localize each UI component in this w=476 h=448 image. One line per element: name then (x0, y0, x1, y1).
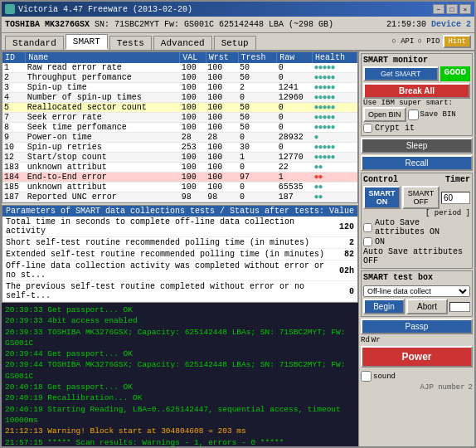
pass-button[interactable]: Passp (361, 319, 473, 334)
sound-checkbox[interactable] (361, 371, 372, 382)
cell-val: 253 (180, 143, 206, 153)
lba-info: 625142448 LBA (~298 GB) (219, 20, 333, 29)
cell-val: 100 (180, 93, 206, 103)
timer-label: Timer (445, 175, 470, 184)
rd-label: Rd (361, 336, 370, 344)
cell-raw: 1241 (277, 83, 313, 93)
smart-monitor-label: SMART monitor (363, 56, 470, 65)
cell-raw: 0 (277, 73, 313, 83)
param-value: 82 (336, 249, 357, 261)
cell-health: ●● (312, 192, 357, 202)
sleep-button[interactable]: Sleep (361, 138, 473, 153)
pass-row: Passp (361, 319, 473, 334)
param-label: The previous self-test routine completed… (2, 281, 336, 302)
auto-save-on-checkbox[interactable] (363, 223, 372, 232)
device-bar: TOSHIBA MK3276GSX SN: 71SBC2MYT Fw: GS00… (2, 17, 474, 33)
cell-val: 100 (180, 73, 206, 83)
cell-val: 100 (180, 163, 206, 173)
cell-tresh: 0 (238, 93, 277, 103)
cell-id: 8 (2, 123, 26, 133)
power-button[interactable]: Power (361, 346, 473, 368)
log-line: 20:39:33 4bit access enabled (5, 315, 355, 326)
cell-id: 12 (2, 153, 26, 163)
open-bin-button[interactable]: Open BIN (363, 107, 406, 122)
get-smart-button[interactable]: Get SMART (363, 66, 439, 81)
cell-raw: 0 (277, 63, 313, 73)
log-line: 20:40:19 Starting Reading, LBA=0..625142… (5, 404, 355, 426)
cell-tresh: 1 (238, 153, 277, 163)
timer-input[interactable] (441, 192, 470, 204)
ibm-row: Use IBM super smart: (363, 99, 470, 107)
save-bin-checkbox[interactable] (408, 110, 419, 120)
cell-id: 7 (2, 113, 26, 123)
table-row: 184 End-to-End error 100 100 97 1 ●● (2, 173, 357, 183)
minimize-button[interactable]: − (433, 4, 444, 14)
rd-wr-row: Rd Wr (361, 336, 473, 344)
cell-name: Raw read error rate (26, 63, 180, 73)
cell-tresh: 2 (238, 83, 277, 93)
cell-name: Throughput perfomance (26, 73, 180, 83)
progress-input[interactable] (449, 302, 470, 312)
cell-name: Number of spin-up times (26, 93, 180, 103)
cell-raw: 0 (277, 113, 313, 123)
table-row: 12 Start/stop count 100 100 1 12770 ●●●●… (2, 153, 357, 163)
tab-tests[interactable]: Tests (109, 36, 152, 50)
table-row: 9 Power-on time 28 28 0 28932 ● (2, 133, 357, 143)
maximize-button[interactable]: □ (446, 4, 458, 14)
recall-button[interactable]: Recall (361, 155, 473, 171)
crypt-checkbox[interactable] (363, 124, 372, 133)
cell-health: ●● (312, 173, 357, 183)
auto-save-off-checkbox[interactable] (363, 237, 372, 246)
cell-raw: 22 (277, 163, 313, 173)
tab-standard[interactable]: Standard (5, 36, 64, 50)
close-button[interactable]: × (459, 4, 471, 14)
cell-wrst: 100 (206, 93, 238, 103)
params-header: Parameters of SMART data collections tes… (2, 206, 357, 217)
smart-test-section: SMART test box Off-line data collect Beg… (361, 270, 473, 317)
wr-label: Wr (372, 336, 381, 344)
abort-button[interactable]: Abort (406, 299, 448, 314)
cell-raw: 0 (277, 143, 313, 153)
log-line: 20:39:44 Get passport... OK (5, 348, 355, 359)
begin-abort-row: Begin Abort (363, 299, 470, 314)
smart-off-button[interactable]: SMART OFF (402, 186, 440, 209)
cell-health: ●●●●● (312, 63, 357, 73)
test-type-select[interactable]: Off-line data collect (363, 285, 470, 297)
cell-id: 1 (2, 63, 26, 73)
break-all-button[interactable]: Break All (363, 83, 470, 99)
on-label: ON (375, 237, 385, 246)
table-row: 1 Raw read error rate 100 100 50 0 ●●●●● (2, 63, 357, 73)
period-label: [ period ] (425, 209, 470, 217)
save-bin-group: Save BIN (408, 107, 456, 122)
smart-on-button[interactable]: SMART ON (363, 186, 401, 209)
log-box[interactable]: 20:39:33 Get passport... OK20:39:33 4bit… (2, 303, 358, 446)
smart-monitor-row: Get SMART GOOD (363, 66, 470, 81)
params-table: Total time in seconds to complete off-li… (2, 217, 357, 302)
col-tresh: Tresh (238, 52, 277, 63)
smart-on-off-row: SMART ON SMART OFF (363, 186, 470, 209)
begin-button[interactable]: Begin (363, 299, 405, 314)
cell-raw: 12770 (277, 153, 313, 163)
cell-wrst: 100 (206, 163, 238, 173)
tab-advanced[interactable]: Advanced (153, 36, 212, 50)
cell-raw: 28932 (277, 133, 313, 143)
param-label: Off-line data collection activity was co… (2, 261, 336, 281)
cell-tresh: 50 (238, 113, 277, 123)
cell-id: 185 (2, 183, 26, 192)
cell-name: Start/stop count (26, 153, 180, 163)
tab-smart[interactable]: SMART (66, 34, 108, 50)
cell-name: Power-on time (26, 133, 180, 143)
cell-wrst: 100 (206, 113, 238, 123)
smart-monitor-section: SMART monitor Get SMART GOOD Break All U… (361, 53, 473, 136)
cell-wrst: 28 (206, 133, 238, 143)
cell-tresh: 0 (238, 133, 277, 143)
control-timer-header: Control Timer (363, 175, 470, 184)
param-label: Extended self-test routine recommended p… (2, 249, 336, 261)
cell-id: 5 (2, 103, 26, 113)
tab-setup[interactable]: Setup (214, 36, 256, 50)
smart-table: ID Name VAL Wrst Tresh Raw Health 1 Raw … (2, 51, 358, 203)
param-label: Total time in seconds to complete off-li… (2, 217, 336, 237)
cell-name: End-to-End error (26, 173, 180, 183)
auto-save-on-row: Auto Save attributes ON (363, 218, 470, 236)
hint-button[interactable]: Hint (443, 35, 471, 48)
